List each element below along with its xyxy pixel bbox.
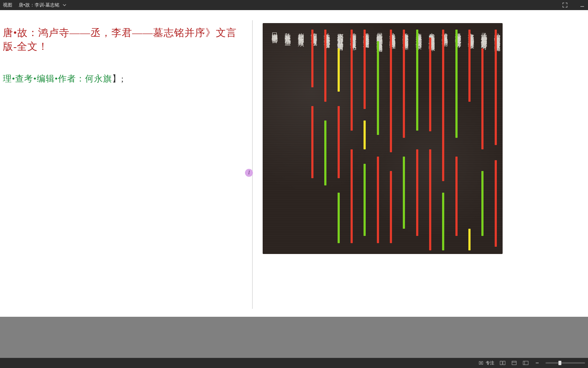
rubbing-column: 惟闈光院呂六世言有亦既	[304, 27, 317, 252]
author-suffix: 】;	[112, 74, 124, 83]
svg-rect-3	[503, 361, 505, 365]
rubbing-column: 鄉之原灼谷二年月廿五日摧勒於洛河南	[330, 27, 343, 252]
zoom-out-icon[interactable]	[534, 360, 540, 365]
rubbing-column: 乘府錄事軍太洒豪言念傷天路殿股歷	[396, 27, 409, 252]
rubbing-column: 洪諾別港即以其方諺廿日盖痰泉年感	[343, 27, 356, 252]
focus-icon	[478, 360, 484, 365]
focus-mode-button[interactable]: 专注	[478, 360, 494, 366]
document-title-dropdown[interactable]: 唐•故：李训-墓志铭	[19, 2, 67, 8]
menu-view[interactable]: 视图	[3, 2, 12, 8]
stele-rubbing-image: 公諱訓字恒出自隴西為天下著姓曾祖亮隨子洗馬祖知順為右千牛井持郎君少有文皇帝而元恭…	[263, 23, 503, 254]
rubbing-column: 崩紋烈如切洲三其引皆殯	[291, 27, 304, 252]
document-page: 唐•故：鸿卢寺——丞，李君——墓志铭并序》文言版-全文！ 理•查考•编辑•作者：…	[0, 10, 588, 317]
rubbing-column: 操長父好學理以侯古能文部有	[448, 27, 461, 252]
title-bar: 视图 唐•故：李训-墓志铭	[0, 0, 588, 10]
rubbing-column: 秋承褚芥龙代咸哉盖	[278, 27, 291, 252]
rubbing-column: 盈伴帛道而當人事合與驟行薄關在	[383, 27, 396, 252]
svg-rect-1	[480, 363, 482, 364]
document-title-text: 唐•故：李训-墓志铭	[19, 2, 59, 8]
text-column: 唐•故：鸿卢寺——丞，李君——墓志铭并序》文言版-全文！ 理•查考•编辑•作者：…	[0, 10, 252, 317]
read-mode-icon[interactable]	[511, 360, 517, 365]
text-cursor-indicator: I	[245, 169, 253, 177]
rubbing-column: 公諱訓字恒出自隴西為天下著姓曾祖亮隨	[487, 27, 500, 252]
rubbing-column: 率赴陳留史使雄時若亡心愈自行染	[409, 27, 422, 252]
rubbing-column: 發重而立即也觀亡嗣不補	[435, 27, 448, 252]
minimize-icon[interactable]	[579, 2, 585, 8]
rubbing-column: 子洗馬祖知順為右千牛井持郎君少有	[474, 27, 487, 252]
rubbing-column: 口本國朝臣備書	[265, 27, 278, 252]
rubbing-column: 屏衛不徴歠時呜才猝其命覆云衛矣梁龍蔫始	[370, 27, 383, 252]
rubbing-column: 未然薦時人君是以弱譽至性脚調殲留以陳	[422, 27, 435, 252]
rubbing-column: 牡侏夫太炮如着三代吉而石任陽云	[317, 27, 330, 252]
author-text: 理•查考•编辑•作者：何永旗	[3, 74, 112, 83]
rubbing-column: 乎償錄遠天與被不苦壽知主瓊而	[356, 27, 369, 252]
rubbing-column: 文皇帝而元恭大所少卿惠使曜廿故	[461, 27, 474, 252]
svg-rect-4	[512, 361, 516, 365]
svg-rect-6	[523, 361, 528, 365]
document-heading: 唐•故：鸿卢寺——丞，李君——墓志铭并序》文言版-全文！	[3, 26, 249, 53]
author-line: 理•查考•编辑•作者：何永旗】;	[3, 73, 249, 84]
zoom-slider[interactable]	[545, 362, 585, 364]
status-bar: 专注	[0, 358, 588, 368]
zoom-slider-thumb[interactable]	[558, 361, 561, 365]
print-layout-icon[interactable]	[499, 360, 506, 365]
fullscreen-icon[interactable]	[562, 2, 568, 8]
web-layout-icon[interactable]	[522, 360, 529, 365]
chevron-down-icon	[62, 2, 67, 8]
heading-text: 唐•故：鸿卢寺——丞，李君——墓志铭并序》文言版-全文！	[3, 27, 237, 52]
svg-rect-2	[500, 361, 502, 365]
image-column: 公諱訓字恒出自隴西為天下著姓曾祖亮隨子洗馬祖知順為右千牛井持郎君少有文皇帝而元恭…	[253, 10, 588, 317]
